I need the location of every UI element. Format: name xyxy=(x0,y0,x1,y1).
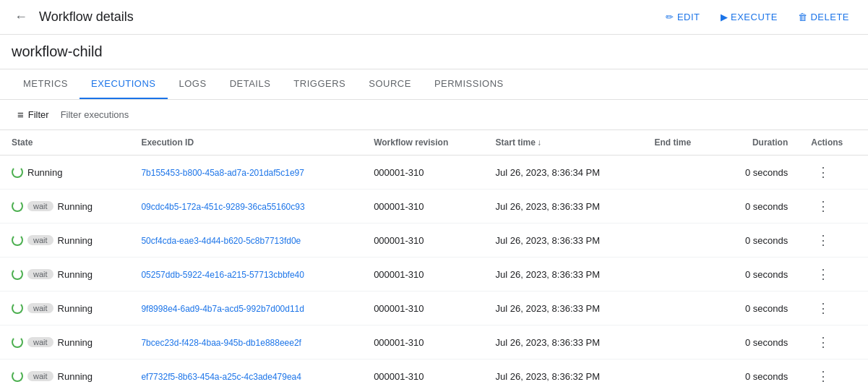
execute-button[interactable]: ▶ EXECUTE xyxy=(713,7,785,27)
execution-id-link[interactable]: 50cf4cda-eae3-4d44-b620-5c8b7713fd0e xyxy=(141,236,301,246)
filter-icon: ≡ xyxy=(17,109,24,121)
edit-button[interactable]: ✏ EDIT xyxy=(658,7,707,27)
more-actions-button[interactable]: ⋮ xyxy=(811,231,835,250)
col-header-state: State xyxy=(0,130,129,156)
execution-id-link[interactable]: 09cdc4b5-172a-451c-9289-36ca55160c93 xyxy=(141,202,304,212)
back-button[interactable]: ← xyxy=(12,7,30,27)
cell-workflow-revision: 000001-310 xyxy=(362,258,484,292)
cell-end-time xyxy=(643,292,718,326)
table-header-row: State Execution ID Workflow revision Sta… xyxy=(0,130,868,156)
more-actions-button[interactable]: ⋮ xyxy=(811,333,835,352)
wait-badge: wait xyxy=(27,201,53,211)
more-actions-button[interactable]: ⋮ xyxy=(811,299,835,318)
header-actions: ✏ EDIT ▶ EXECUTE 🗑 DELETE xyxy=(658,7,856,27)
sort-down-icon: ↓ xyxy=(537,137,541,148)
cell-state: waitRunning xyxy=(0,292,129,326)
back-icon: ← xyxy=(14,9,27,25)
cell-workflow-revision: 000001-310 xyxy=(362,292,484,326)
cell-start-time: Jul 26, 2023, 8:36:33 PM xyxy=(484,292,643,326)
running-spinner-icon xyxy=(12,302,23,314)
tab-logs[interactable]: LOGS xyxy=(168,69,218,99)
tab-metrics[interactable]: METRICS xyxy=(12,69,80,99)
cell-start-time: Jul 26, 2023, 8:36:33 PM xyxy=(484,224,643,258)
wait-badge: wait xyxy=(27,269,53,279)
cell-end-time xyxy=(643,156,718,190)
state-label: Running xyxy=(58,201,93,212)
cell-duration: 0 seconds xyxy=(718,224,800,258)
filter-bar: ≡ Filter Filter executions xyxy=(0,100,868,130)
cell-state: waitRunning xyxy=(0,258,129,292)
state-label: Running xyxy=(58,337,93,348)
cell-state: waitRunning xyxy=(0,224,129,258)
table-row: waitRunning50cf4cda-eae3-4d44-b620-5c8b7… xyxy=(0,224,868,258)
cell-duration: 0 seconds xyxy=(718,258,800,292)
more-actions-button[interactable]: ⋮ xyxy=(811,163,835,182)
cell-end-time xyxy=(643,326,718,360)
cell-duration: 0 seconds xyxy=(718,156,800,190)
cell-execution-id: 9f8998e4-6ad9-4b7a-acd5-992b7d00d11d xyxy=(129,292,362,326)
cell-actions: ⋮ xyxy=(799,190,868,224)
executions-table-wrapper: State Execution ID Workflow revision Sta… xyxy=(0,130,868,387)
tab-details[interactable]: DETAILS xyxy=(218,69,283,99)
table-row: waitRunningef7732f5-8b63-454a-a25c-4c3ad… xyxy=(0,360,868,388)
cell-end-time xyxy=(643,224,718,258)
header: ← Workflow details ✏ EDIT ▶ EXECUTE 🗑 DE… xyxy=(0,0,868,35)
cell-workflow-revision: 000001-310 xyxy=(362,156,484,190)
col-header-start-time[interactable]: Start time ↓ xyxy=(484,130,643,156)
cell-duration: 0 seconds xyxy=(718,190,800,224)
cell-actions: ⋮ xyxy=(799,360,868,388)
col-header-duration: Duration xyxy=(718,130,800,156)
col-header-execution-id: Execution ID xyxy=(129,130,362,156)
running-spinner-icon xyxy=(12,166,23,178)
execution-id-link[interactable]: 7b155453-b800-45a8-ad7a-201daf5c1e97 xyxy=(141,168,304,178)
edit-icon: ✏ xyxy=(666,12,674,22)
state-label: Running xyxy=(58,235,93,246)
filter-button[interactable]: ≡ Filter xyxy=(12,106,55,124)
state-label: Running xyxy=(58,269,93,280)
cell-end-time xyxy=(643,360,718,388)
cell-state: Running xyxy=(0,156,129,190)
execute-icon: ▶ xyxy=(721,12,729,22)
cell-actions: ⋮ xyxy=(799,224,868,258)
table-row: waitRunning09cdc4b5-172a-451c-9289-36ca5… xyxy=(0,190,868,224)
table-row: waitRunning9f8998e4-6ad9-4b7a-acd5-992b7… xyxy=(0,292,868,326)
running-spinner-icon xyxy=(12,336,23,348)
cell-start-time: Jul 26, 2023, 8:36:32 PM xyxy=(484,360,643,388)
execution-id-link[interactable]: 05257ddb-5922-4e16-a215-57713cbbfe40 xyxy=(141,270,304,280)
cell-end-time xyxy=(643,190,718,224)
wait-badge: wait xyxy=(27,235,53,245)
delete-icon: 🗑 xyxy=(798,12,808,22)
execution-id-link[interactable]: 9f8998e4-6ad9-4b7a-acd5-992b7d00d11d xyxy=(141,304,304,314)
more-actions-button[interactable]: ⋮ xyxy=(811,197,835,216)
tabs-bar: METRICS EXECUTIONS LOGS DETAILS TRIGGERS… xyxy=(0,69,868,100)
cell-execution-id: 05257ddb-5922-4e16-a215-57713cbbfe40 xyxy=(129,258,362,292)
cell-actions: ⋮ xyxy=(799,292,868,326)
running-spinner-icon xyxy=(12,200,23,212)
wait-badge: wait xyxy=(27,337,53,347)
execution-id-link[interactable]: 7bcec23d-f428-4baa-945b-db1e888eee2f xyxy=(141,338,301,348)
table-row: waitRunning7bcec23d-f428-4baa-945b-db1e8… xyxy=(0,326,868,360)
more-actions-button[interactable]: ⋮ xyxy=(811,367,835,386)
cell-start-time: Jul 26, 2023, 8:36:33 PM xyxy=(484,190,643,224)
tab-triggers[interactable]: TRIGGERS xyxy=(282,69,357,99)
tab-executions[interactable]: EXECUTIONS xyxy=(80,69,168,99)
running-spinner-icon xyxy=(12,370,23,382)
tab-permissions[interactable]: PERMISSIONS xyxy=(423,69,515,99)
cell-start-time: Jul 26, 2023, 8:36:33 PM xyxy=(484,326,643,360)
cell-execution-id: 50cf4cda-eae3-4d44-b620-5c8b7713fd0e xyxy=(129,224,362,258)
state-label: Running xyxy=(27,167,62,178)
running-spinner-icon xyxy=(12,234,23,246)
delete-button[interactable]: 🗑 DELETE xyxy=(791,7,856,27)
execution-id-link[interactable]: ef7732f5-8b63-454a-a25c-4c3ade479ea4 xyxy=(141,372,301,382)
more-actions-button[interactable]: ⋮ xyxy=(811,265,835,284)
cell-duration: 0 seconds xyxy=(718,326,800,360)
state-label: Running xyxy=(58,371,93,382)
cell-execution-id: 09cdc4b5-172a-451c-9289-36ca55160c93 xyxy=(129,190,362,224)
tab-source[interactable]: SOURCE xyxy=(357,69,423,99)
executions-table: State Execution ID Workflow revision Sta… xyxy=(0,130,868,387)
cell-execution-id: 7b155453-b800-45a8-ad7a-201daf5c1e97 xyxy=(129,156,362,190)
cell-start-time: Jul 26, 2023, 8:36:34 PM xyxy=(484,156,643,190)
cell-actions: ⋮ xyxy=(799,156,868,190)
table-row: waitRunning05257ddb-5922-4e16-a215-57713… xyxy=(0,258,868,292)
running-spinner-icon xyxy=(12,268,23,280)
